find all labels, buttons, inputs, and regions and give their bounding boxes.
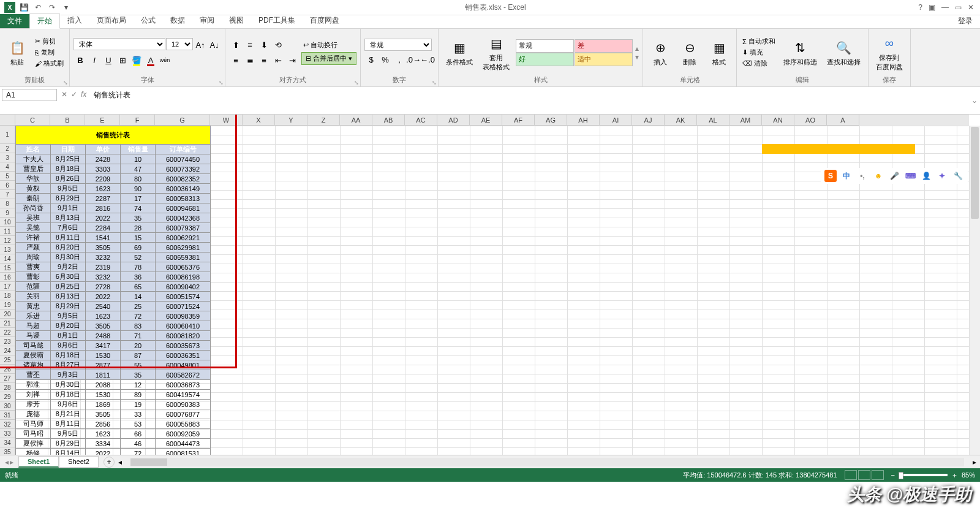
row-header[interactable]: 12 [0,236,15,245]
comma-icon[interactable]: , [393,53,406,66]
column-header[interactable]: AH [567,115,600,126]
data-cell[interactable]: 600036873 [156,380,211,390]
paste-button[interactable]: 📋 粘贴 [4,37,31,68]
data-cell[interactable]: 90 [121,184,156,194]
row-header[interactable]: 10 [0,218,15,227]
data-cell[interactable]: 8月29日 [51,439,86,449]
column-header[interactable]: A [827,115,859,126]
data-cell[interactable]: 2540 [86,302,121,311]
delete-cells-button[interactable]: ⊖删除 [676,37,703,68]
data-cell[interactable]: 36 [121,272,156,282]
dialog-launcher-icon[interactable]: ⤡ [354,80,359,86]
data-cell[interactable]: 黄权 [16,184,51,194]
row-header[interactable]: 5 [0,172,15,181]
data-cell[interactable]: 600092059 [156,429,211,439]
data-cell[interactable]: 1869 [86,400,121,409]
data-cell[interactable]: 2428 [86,154,121,164]
row-header[interactable]: 32 [0,420,15,429]
data-cell[interactable]: 2284 [86,223,121,233]
data-cell[interactable]: 83 [121,321,156,331]
data-cell[interactable]: 89 [121,390,156,400]
data-cell[interactable]: 600058313 [156,194,211,203]
data-cell[interactable]: 2209 [86,174,121,184]
ime-punct-icon[interactable]: •, [856,170,869,182]
data-cell[interactable]: 8月29日 [51,302,86,311]
data-cell[interactable]: 杨修 [16,449,51,455]
expand-formula-icon[interactable]: ⌄ [969,87,980,114]
data-cell[interactable]: 8月21日 [51,409,86,419]
data-cell[interactable]: 2488 [86,331,121,341]
data-cell[interactable]: 1530 [86,351,121,360]
style-bad[interactable]: 差 [575,39,633,53]
data-cell[interactable]: 9月6日 [51,341,86,351]
data-cell[interactable]: 15 [121,233,156,243]
tab-PDF工具集[interactable]: PDF工具集 [251,13,303,28]
page-break-view-icon[interactable] [872,470,884,480]
column-header[interactable]: E [85,115,120,126]
data-cell[interactable]: 曹爽 [16,262,51,272]
underline-button[interactable]: U [102,53,115,67]
data-cell[interactable]: 郭淮 [16,380,51,390]
login-link[interactable]: 登录 [951,14,980,28]
style-normal[interactable]: 常规 [516,39,574,53]
row-header[interactable]: 21 [0,319,15,328]
data-cell[interactable]: 600079387 [156,223,211,233]
number-format-select[interactable]: 常规 [364,39,432,51]
row-header[interactable]: 17 [0,282,15,291]
data-cell[interactable]: 600081531 [156,449,211,455]
data-cell[interactable]: 秦朗 [16,194,51,203]
column-header[interactable]: G [155,115,210,126]
data-cell[interactable]: 87 [121,351,156,360]
data-cell[interactable]: 8月11日 [51,233,86,243]
dialog-launcher-icon[interactable]: ⤡ [432,80,437,86]
row-header[interactable]: 16 [0,273,15,282]
data-cell[interactable]: 20 [121,341,156,351]
data-cell[interactable]: 600094681 [156,203,211,213]
data-cell[interactable]: 2287 [86,194,121,203]
align-middle-icon[interactable]: ≡ [243,38,257,51]
row-header[interactable]: 26 [0,365,15,374]
tab-审阅[interactable]: 审阅 [192,13,222,28]
column-header[interactable]: AI [600,115,632,126]
row-header[interactable]: 29 [0,392,15,401]
data-cell[interactable]: 33 [121,409,156,419]
data-cell[interactable]: 关羽 [16,292,51,302]
data-cell[interactable]: 600042368 [156,213,211,223]
sort-filter-button[interactable]: ⇅排序和筛选 [780,37,821,68]
row-header[interactable]: 23 [0,337,15,346]
sogou-icon[interactable]: S [824,170,837,182]
ime-settings-icon[interactable]: ✦ [936,170,948,182]
column-header[interactable]: AN [762,115,794,126]
data-cell[interactable]: 1530 [86,390,121,400]
redo-icon[interactable]: ↷ [46,1,58,13]
data-cell[interactable]: 12 [121,380,156,390]
select-all-button[interactable] [0,115,15,126]
data-cell[interactable]: 35 [121,370,156,380]
column-header[interactable]: Y [275,115,307,126]
data-cell[interactable]: 600090402 [156,282,211,292]
data-table[interactable]: 销售统计表姓名日期单价销售量订单编号卞夫人8月25日24281060007445… [15,126,211,455]
formula-input[interactable]: 销售统计表 [89,87,969,114]
cancel-formula-icon[interactable]: ✕ [61,90,67,99]
data-cell[interactable]: 2022 [86,292,121,302]
row-header[interactable]: 20 [0,310,15,319]
data-cell[interactable]: 25 [121,302,156,311]
column-header[interactable]: Z [307,115,340,126]
data-cell[interactable]: 600074450 [156,154,211,164]
data-cell[interactable]: 诸葛均 [16,360,51,370]
data-cell[interactable]: 周瑜 [16,253,51,262]
data-cell[interactable]: 孙尚香 [16,203,51,213]
data-cell[interactable]: 1623 [86,311,121,321]
row-header[interactable]: 7 [0,190,15,199]
maximize-icon[interactable]: ▭ [955,3,962,12]
save-icon[interactable]: 💾 [18,1,30,13]
row-header[interactable]: 8 [0,199,15,208]
decrease-font-icon[interactable]: A↓ [208,38,221,51]
find-select-button[interactable]: 🔍查找和选择 [823,37,864,68]
row-header[interactable]: 11 [0,227,15,236]
data-cell[interactable]: 司马昭 [16,429,51,439]
column-header[interactable]: AO [794,115,827,126]
data-cell[interactable]: 71 [121,331,156,341]
clear-button[interactable]: ⌫清除 [741,58,777,69]
row-header[interactable]: 35 [0,447,15,455]
